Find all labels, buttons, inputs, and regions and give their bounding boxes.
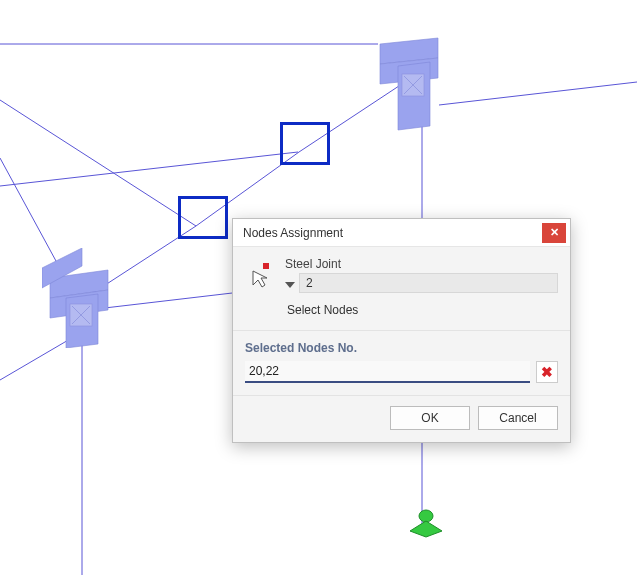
selected-nodes-header: Selected Nodes No. [245,341,558,355]
steel-joint-render [370,36,450,136]
select-nodes-label: Select Nodes [287,303,558,317]
clear-selection-button[interactable]: ✖ [536,361,558,383]
svg-rect-27 [263,263,269,269]
steel-joint-render [42,248,122,348]
svg-line-1 [0,100,196,226]
pick-node-cursor-icon [245,257,277,293]
svg-point-25 [419,510,433,522]
close-button[interactable]: ✕ [542,223,566,243]
node-selection-marker[interactable] [178,196,228,239]
ground-node-icon[interactable] [408,509,444,539]
dialog-titlebar[interactable]: Nodes Assignment ✕ [233,219,570,247]
nodes-assignment-dialog: Nodes Assignment ✕ Steel Joint 2 Select … [232,218,571,443]
ok-button[interactable]: OK [390,406,470,430]
selected-nodes-input[interactable] [245,361,530,383]
close-icon: ✕ [550,226,559,239]
steel-joint-value[interactable]: 2 [299,273,558,293]
svg-marker-26 [410,521,442,537]
x-icon: ✖ [541,364,553,380]
steel-joint-dropdown-toggle[interactable] [285,282,295,288]
node-selection-marker[interactable] [280,122,330,165]
svg-line-11 [439,82,637,105]
svg-line-3 [0,152,298,186]
dialog-title: Nodes Assignment [243,226,343,240]
steel-joint-label: Steel Joint [285,257,558,271]
cancel-button[interactable]: Cancel [478,406,558,430]
